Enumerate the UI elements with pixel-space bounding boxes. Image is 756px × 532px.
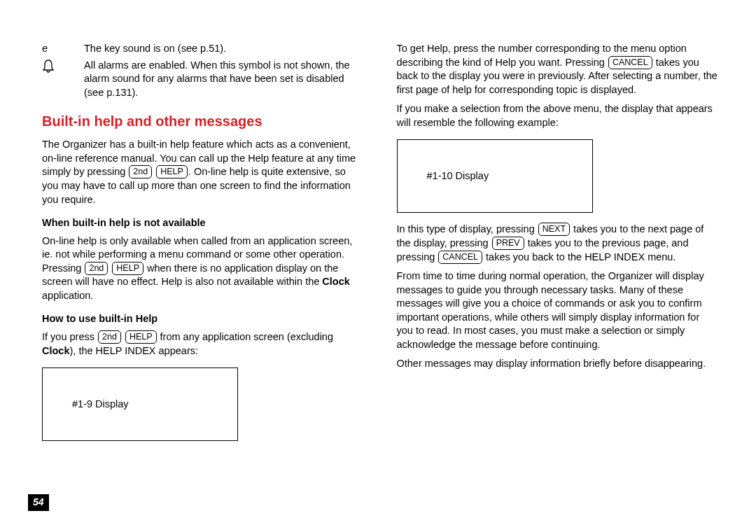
key-help: HELP [125,330,157,344]
display-1-label: #1-9 Display [72,398,129,412]
key-help: HELP [156,165,188,178]
get-help-paragraph: To get Help, press the number correspond… [397,42,718,97]
key-cancel: CANCEL [438,251,482,264]
key-2nd: 2nd [85,262,108,275]
p2-text-c: application. [42,290,93,301]
messages-paragraph: From time to time during normal operatio… [397,270,718,351]
section-title: Built-in help and other messages [42,112,363,131]
key-next: NEXT [538,223,570,236]
key-sound-icon: e [42,42,84,56]
display-2-label: #1-10 Display [427,169,489,183]
icon-row-alarm: All alarms are enabled. When this symbol… [42,59,363,100]
intro-paragraph: The Organizer has a built-in help featur… [42,138,363,206]
p3-text-a: If you press [42,331,97,342]
example-intro-paragraph: If you make a selection from the above m… [397,102,718,130]
not-available-paragraph: On-line help is only available when call… [42,234,363,303]
left-column: e The key sound is on (see p.51). All al… [42,42,363,476]
other-messages-paragraph: Other messages may display information b… [397,357,718,371]
key-help: HELP [112,262,144,275]
key-sound-text: The key sound is on (see p.51). [84,42,363,56]
bell-icon [42,59,84,100]
p6-text-d: takes you back to the HELP INDEX menu. [483,251,676,262]
key-2nd: 2nd [98,330,121,344]
display-box-2: #1-10 Display [397,139,593,213]
page-number-badge: 54 [28,494,49,511]
how-to-paragraph: If you press 2nd HELP from any applicati… [42,330,363,358]
clock-word: Clock [42,345,70,356]
alarm-text: All alarms are enabled. When this symbol… [84,59,363,100]
p3-text-c: ), the HELP INDEX appears: [70,345,199,356]
display-box-1: #1-9 Display [42,368,238,441]
p3-text-b: from any application screen (excluding [158,331,333,342]
clock-word: Clock [322,276,350,287]
page-columns: e The key sound is on (see p.51). All al… [42,42,718,476]
icon-row-sound: e The key sound is on (see p.51). [42,42,363,56]
subheading-how-to-use: How to use built-in Help [42,312,363,326]
subheading-not-available: When built-in help is not available [42,216,363,230]
right-column: To get Help, press the number correspond… [397,42,718,476]
key-2nd: 2nd [129,165,152,178]
p6-text-a: In this type of display, pressing [397,223,538,234]
navigation-paragraph: In this type of display, pressing NEXT t… [397,223,718,264]
key-cancel: CANCEL [608,56,652,69]
key-prev: PREV [492,237,524,250]
